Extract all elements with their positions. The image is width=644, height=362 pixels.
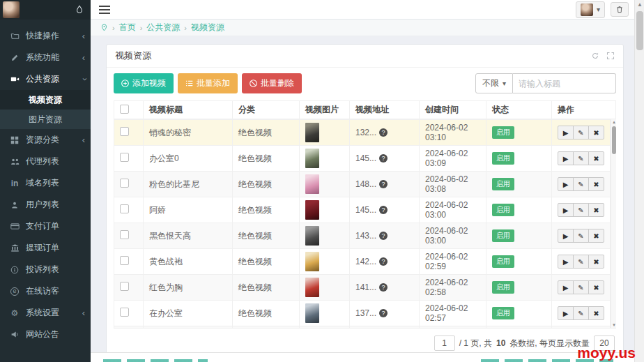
question-circle-icon[interactable]: ? (379, 309, 388, 317)
status-badge[interactable]: 启用 (492, 152, 514, 165)
table-row[interactable]: 办公室0 绝色视频 145...? 2024-06-02 03:09 启用 ▶✎… (114, 146, 611, 172)
footer-links-left[interactable] (103, 359, 208, 362)
table-row[interactable]: 黑色恨天高 绝色视频 143...? 2024-06-02 03:00 启用 ▶… (114, 223, 611, 249)
delete-button[interactable]: ✖ (588, 126, 604, 139)
sidebar-item-quick-actions[interactable]: 快捷操作 ‹ (0, 25, 91, 47)
status-badge[interactable]: 启用 (492, 126, 514, 139)
breadcrumb-video-resources[interactable]: 视频资源 (191, 22, 224, 33)
scrollbar-thumb[interactable] (612, 126, 616, 154)
play-button[interactable]: ▶ (558, 255, 574, 269)
edit-button[interactable]: ✎ (573, 255, 589, 269)
sidebar-item-video-resources[interactable]: 视频资源 (0, 90, 91, 110)
row-checkbox[interactable] (120, 127, 129, 136)
sidebar-item-complaint-list[interactable]: 投诉列表 (0, 259, 91, 280)
sidebar-item-resource-categories[interactable]: 资源分类 ‹ (0, 129, 91, 151)
sidebar-item-domain-list[interactable]: in 域名列表 (0, 172, 91, 194)
delete-button[interactable]: ✖ (588, 255, 604, 269)
select-all-checkbox[interactable] (120, 105, 129, 114)
play-button[interactable]: ▶ (558, 203, 574, 217)
row-checkbox[interactable] (120, 204, 129, 213)
status-badge[interactable]: 启用 (492, 229, 514, 242)
expand-icon[interactable] (606, 52, 615, 60)
play-button[interactable]: ▶ (558, 280, 574, 294)
delete-button[interactable]: ✖ (588, 151, 604, 165)
scroll-up-icon[interactable]: ▲ (635, 1, 644, 8)
sidebar-item-withdrawal-orders[interactable]: 提现订单 (0, 237, 91, 259)
delete-button[interactable]: ✖ (588, 177, 604, 191)
batch-delete-button[interactable]: 批量删除 (242, 73, 302, 93)
refresh-icon[interactable] (591, 52, 599, 60)
table-row[interactable]: 阿娇 绝色视频 145...? 2024-06-02 03:00 启用 ▶✎✖ (114, 197, 611, 223)
edit-button[interactable]: ✎ (573, 306, 589, 320)
breadcrumb-public-resources[interactable]: 公共资源 (146, 22, 180, 33)
sidebar-item-online-visitors[interactable]: e 在线访客 (0, 280, 91, 302)
breadcrumb-home[interactable]: 首页 (119, 22, 136, 33)
logo-avatar[interactable] (3, 1, 20, 18)
question-circle-icon[interactable]: ? (379, 128, 388, 137)
video-thumbnail[interactable] (305, 252, 319, 271)
sidebar-item-system-functions[interactable]: 系统功能 ‹ (0, 47, 91, 68)
video-thumbnail[interactable] (305, 123, 319, 142)
droplet-icon[interactable] (75, 5, 84, 15)
page-number-input[interactable] (434, 335, 455, 351)
play-button[interactable]: ▶ (558, 229, 574, 243)
play-button[interactable]: ▶ (558, 177, 574, 191)
video-thumbnail[interactable] (305, 278, 319, 297)
delete-button[interactable]: ✖ (588, 306, 604, 320)
sidebar-item-image-resources[interactable]: 图片资源 (0, 110, 91, 129)
category-filter-dropdown[interactable]: 不限 ▾ (475, 73, 513, 93)
table-row[interactable]: 粉色的比基尼 绝色视频 148...? 2024-06-02 03:08 启用 … (114, 172, 611, 197)
trash-button[interactable] (611, 2, 629, 17)
video-thumbnail[interactable] (305, 303, 319, 323)
status-badge[interactable]: 启用 (492, 255, 514, 268)
video-thumbnail[interactable] (305, 149, 319, 168)
video-thumbnail[interactable] (305, 226, 319, 246)
scroll-up-icon[interactable]: ▴ (611, 119, 616, 125)
status-badge[interactable]: 启用 (492, 307, 514, 319)
edit-button[interactable]: ✎ (573, 280, 589, 294)
hamburger-menu-icon[interactable] (99, 3, 110, 16)
question-circle-icon[interactable]: ? (379, 154, 388, 163)
add-video-button[interactable]: 添加视频 (114, 73, 174, 93)
sidebar-item-user-list[interactable]: 用户列表 (0, 194, 91, 216)
scrollbar-thumb[interactable] (636, 11, 643, 50)
status-badge[interactable]: 启用 (492, 178, 514, 190)
question-circle-icon[interactable]: ? (379, 232, 388, 240)
edit-button[interactable]: ✎ (573, 177, 589, 191)
edit-button[interactable]: ✎ (573, 203, 589, 217)
sidebar-item-system-settings[interactable]: ⚙ 系统设置 ‹ (0, 302, 91, 324)
user-avatar-dropdown[interactable]: ▾ (576, 1, 605, 18)
scroll-down-icon[interactable]: ▾ (611, 322, 616, 328)
status-badge[interactable]: 启用 (492, 281, 514, 294)
play-button[interactable]: ▶ (558, 126, 574, 139)
title-search-input[interactable] (513, 73, 616, 93)
delete-button[interactable]: ✖ (588, 280, 604, 294)
sidebar-item-agent-list[interactable]: 代理列表 (0, 151, 91, 172)
row-checkbox[interactable] (120, 153, 129, 162)
play-button[interactable]: ▶ (558, 151, 574, 165)
question-circle-icon[interactable]: ? (379, 206, 388, 214)
table-row[interactable] (114, 326, 611, 329)
table-row[interactable]: 销魂的秘密 绝色视频 132...? 2024-06-02 03:10 启用 ▶… (114, 120, 611, 146)
edit-button[interactable]: ✎ (573, 126, 589, 139)
table-row[interactable]: 黄色战袍 绝色视频 142...? 2024-06-02 02:59 启用 ▶✎… (114, 249, 611, 275)
sidebar-item-public-resources[interactable]: 公共资源 ‹ (0, 68, 91, 90)
question-circle-icon[interactable]: ? (379, 257, 388, 266)
row-checkbox[interactable] (120, 230, 129, 239)
delete-button[interactable]: ✖ (588, 203, 604, 217)
question-circle-icon[interactable]: ? (379, 180, 388, 188)
delete-button[interactable]: ✖ (588, 229, 604, 243)
page-scrollbar[interactable]: ▲ (634, 0, 644, 362)
batch-add-button[interactable]: 批量添加 (178, 73, 238, 93)
question-circle-icon[interactable]: ? (379, 283, 388, 292)
row-checkbox[interactable] (120, 256, 129, 265)
play-button[interactable]: ▶ (558, 306, 574, 320)
table-row[interactable]: 红色为胸 绝色视频 141...? 2024-06-02 02:58 启用 ▶✎… (114, 275, 611, 301)
row-checkbox[interactable] (120, 179, 129, 188)
edit-button[interactable]: ✎ (573, 151, 589, 165)
video-thumbnail[interactable] (305, 200, 319, 220)
sidebar-item-payment-orders[interactable]: 支付订单 (0, 216, 91, 237)
row-checkbox[interactable] (120, 282, 129, 291)
table-row[interactable]: 在办公室 绝色视频 137...? 2024-06-02 02:57 启用 ▶✎… (114, 301, 611, 326)
row-checkbox[interactable] (120, 308, 129, 317)
